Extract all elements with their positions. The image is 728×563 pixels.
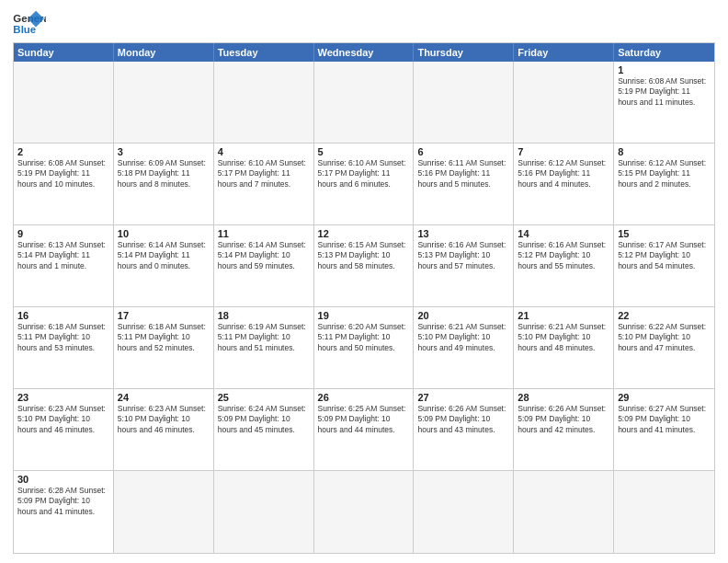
day-sun-info: Sunrise: 6:20 AM Sunset: 5:11 PM Dayligh…	[318, 322, 410, 353]
calendar-day-8: 8Sunrise: 6:12 AM Sunset: 5:15 PM Daylig…	[614, 144, 714, 224]
header-day-sunday: Sunday	[14, 43, 114, 62]
calendar-day-29: 29Sunrise: 6:27 AM Sunset: 5:09 PM Dayli…	[614, 389, 714, 470]
day-sun-info: Sunrise: 6:11 AM Sunset: 5:16 PM Dayligh…	[417, 158, 509, 190]
logo-icon: General Blue	[13, 9, 46, 37]
day-number: 22	[618, 310, 711, 321]
header-day-friday: Friday	[514, 43, 614, 62]
day-sun-info: Sunrise: 6:23 AM Sunset: 5:10 PM Dayligh…	[17, 404, 109, 435]
day-number: 15	[618, 228, 711, 239]
day-number: 4	[218, 146, 310, 157]
day-sun-info: Sunrise: 6:26 AM Sunset: 5:09 PM Dayligh…	[518, 404, 609, 435]
calendar-day-18: 18Sunrise: 6:19 AM Sunset: 5:11 PM Dayli…	[214, 307, 314, 388]
day-number: 27	[417, 392, 509, 403]
day-number: 11	[218, 228, 310, 239]
day-number: 18	[218, 310, 310, 321]
day-number: 10	[118, 228, 210, 239]
calendar-day-14: 14Sunrise: 6:16 AM Sunset: 5:12 PM Dayli…	[514, 225, 614, 306]
calendar-day-20: 20Sunrise: 6:21 AM Sunset: 5:10 PM Dayli…	[414, 307, 514, 388]
calendar-week-6: 30Sunrise: 6:28 AM Sunset: 5:09 PM Dayli…	[14, 471, 714, 553]
header-day-saturday: Saturday	[614, 43, 714, 62]
day-sun-info: Sunrise: 6:09 AM Sunset: 5:18 PM Dayligh…	[118, 158, 210, 190]
calendar-day-12: 12Sunrise: 6:15 AM Sunset: 5:13 PM Dayli…	[314, 225, 415, 306]
calendar-day-16: 16Sunrise: 6:18 AM Sunset: 5:11 PM Dayli…	[14, 307, 114, 388]
calendar-day-6: 6Sunrise: 6:11 AM Sunset: 5:16 PM Daylig…	[414, 144, 514, 224]
day-number: 23	[17, 392, 109, 403]
day-sun-info: Sunrise: 6:10 AM Sunset: 5:17 PM Dayligh…	[218, 158, 310, 190]
day-sun-info: Sunrise: 6:23 AM Sunset: 5:10 PM Dayligh…	[118, 404, 210, 435]
day-sun-info: Sunrise: 6:13 AM Sunset: 5:14 PM Dayligh…	[17, 240, 109, 271]
day-number: 9	[17, 228, 109, 239]
header-day-tuesday: Tuesday	[214, 43, 314, 62]
day-number: 28	[518, 392, 609, 403]
day-sun-info: Sunrise: 6:14 AM Sunset: 5:14 PM Dayligh…	[118, 240, 210, 271]
day-number: 20	[417, 310, 509, 321]
svg-text:Blue: Blue	[13, 24, 36, 35]
day-number: 16	[17, 310, 109, 321]
calendar-body: 1Sunrise: 6:08 AM Sunset: 5:19 PM Daylig…	[14, 62, 714, 553]
calendar-day-17: 17Sunrise: 6:18 AM Sunset: 5:11 PM Dayli…	[114, 307, 214, 388]
day-number: 21	[518, 310, 609, 321]
day-sun-info: Sunrise: 6:27 AM Sunset: 5:09 PM Dayligh…	[618, 404, 711, 435]
calendar-day-empty	[114, 62, 214, 143]
day-sun-info: Sunrise: 6:24 AM Sunset: 5:09 PM Dayligh…	[218, 404, 310, 435]
calendar-day-empty	[14, 62, 114, 143]
day-number: 19	[318, 310, 410, 321]
day-sun-info: Sunrise: 6:17 AM Sunset: 5:12 PM Dayligh…	[618, 240, 711, 271]
day-sun-info: Sunrise: 6:16 AM Sunset: 5:13 PM Dayligh…	[417, 240, 509, 271]
day-number: 6	[417, 146, 509, 157]
day-number: 8	[618, 146, 711, 157]
calendar-day-empty	[614, 471, 714, 553]
header-day-monday: Monday	[114, 43, 214, 62]
day-number: 26	[318, 392, 410, 403]
calendar-day-empty	[514, 62, 614, 143]
calendar-day-22: 22Sunrise: 6:22 AM Sunset: 5:10 PM Dayli…	[614, 307, 714, 388]
calendar-day-23: 23Sunrise: 6:23 AM Sunset: 5:10 PM Dayli…	[14, 389, 114, 470]
day-sun-info: Sunrise: 6:21 AM Sunset: 5:10 PM Dayligh…	[417, 322, 509, 353]
day-sun-info: Sunrise: 6:16 AM Sunset: 5:12 PM Dayligh…	[518, 240, 609, 271]
calendar-week-2: 2Sunrise: 6:08 AM Sunset: 5:19 PM Daylig…	[14, 144, 714, 225]
calendar-header: SundayMondayTuesdayWednesdayThursdayFrid…	[14, 43, 714, 62]
calendar-week-3: 9Sunrise: 6:13 AM Sunset: 5:14 PM Daylig…	[14, 225, 714, 307]
calendar-day-9: 9Sunrise: 6:13 AM Sunset: 5:14 PM Daylig…	[14, 225, 114, 306]
calendar-day-3: 3Sunrise: 6:09 AM Sunset: 5:18 PM Daylig…	[114, 144, 214, 224]
day-number: 17	[118, 310, 210, 321]
day-sun-info: Sunrise: 6:28 AM Sunset: 5:09 PM Dayligh…	[17, 486, 109, 517]
day-sun-info: Sunrise: 6:08 AM Sunset: 5:19 PM Dayligh…	[618, 76, 711, 108]
day-number: 12	[318, 228, 410, 239]
calendar-day-empty	[314, 471, 415, 553]
calendar-day-28: 28Sunrise: 6:26 AM Sunset: 5:09 PM Dayli…	[514, 389, 614, 470]
calendar-day-2: 2Sunrise: 6:08 AM Sunset: 5:19 PM Daylig…	[14, 144, 114, 224]
day-sun-info: Sunrise: 6:21 AM Sunset: 5:10 PM Dayligh…	[518, 322, 609, 353]
calendar-week-5: 23Sunrise: 6:23 AM Sunset: 5:10 PM Dayli…	[14, 389, 714, 471]
calendar-day-empty	[414, 471, 514, 553]
day-sun-info: Sunrise: 6:19 AM Sunset: 5:11 PM Dayligh…	[218, 322, 310, 353]
calendar-day-empty	[214, 471, 314, 553]
calendar-day-30: 30Sunrise: 6:28 AM Sunset: 5:09 PM Dayli…	[14, 471, 114, 553]
day-sun-info: Sunrise: 6:14 AM Sunset: 5:14 PM Dayligh…	[218, 240, 310, 271]
day-number: 2	[17, 146, 109, 157]
day-number: 24	[118, 392, 210, 403]
calendar-day-empty	[514, 471, 614, 553]
day-sun-info: Sunrise: 6:26 AM Sunset: 5:09 PM Dayligh…	[417, 404, 509, 435]
calendar-day-empty	[314, 62, 415, 143]
calendar-day-26: 26Sunrise: 6:25 AM Sunset: 5:09 PM Dayli…	[314, 389, 415, 470]
logo: General Blue	[13, 9, 46, 37]
day-number: 13	[417, 228, 509, 239]
calendar-day-10: 10Sunrise: 6:14 AM Sunset: 5:14 PM Dayli…	[114, 225, 214, 306]
day-sun-info: Sunrise: 6:12 AM Sunset: 5:15 PM Dayligh…	[618, 158, 711, 190]
calendar-day-empty	[214, 62, 314, 143]
calendar-week-4: 16Sunrise: 6:18 AM Sunset: 5:11 PM Dayli…	[14, 307, 714, 389]
calendar-day-27: 27Sunrise: 6:26 AM Sunset: 5:09 PM Dayli…	[414, 389, 514, 470]
calendar-day-21: 21Sunrise: 6:21 AM Sunset: 5:10 PM Dayli…	[514, 307, 614, 388]
day-number: 25	[218, 392, 310, 403]
day-sun-info: Sunrise: 6:18 AM Sunset: 5:11 PM Dayligh…	[17, 322, 109, 353]
calendar-day-24: 24Sunrise: 6:23 AM Sunset: 5:10 PM Dayli…	[114, 389, 214, 470]
calendar-day-7: 7Sunrise: 6:12 AM Sunset: 5:16 PM Daylig…	[514, 144, 614, 224]
page-header: General Blue	[13, 9, 715, 37]
calendar-day-13: 13Sunrise: 6:16 AM Sunset: 5:13 PM Dayli…	[414, 225, 514, 306]
day-number: 30	[17, 474, 109, 485]
day-sun-info: Sunrise: 6:15 AM Sunset: 5:13 PM Dayligh…	[318, 240, 410, 271]
day-number: 14	[518, 228, 609, 239]
calendar-day-25: 25Sunrise: 6:24 AM Sunset: 5:09 PM Dayli…	[214, 389, 314, 470]
calendar: SundayMondayTuesdayWednesdayThursdayFrid…	[13, 42, 715, 554]
